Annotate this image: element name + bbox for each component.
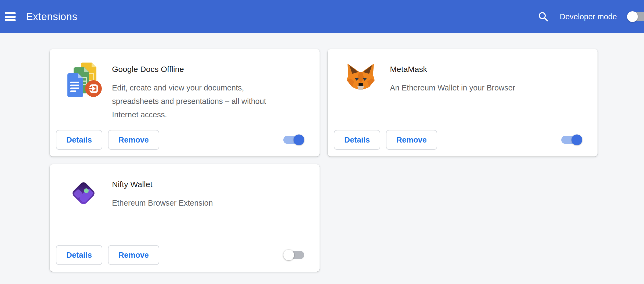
google-docs-offline-icon [67, 61, 102, 121]
remove-button[interactable]: Remove [108, 130, 159, 150]
extension-name: MetaMask [390, 65, 515, 74]
app-toolbar: Extensions Developer mode [0, 0, 644, 33]
extension-description: Edit, create and view your documents, sp… [112, 81, 266, 121]
details-button[interactable]: Details [334, 130, 380, 150]
extension-card-metamask: MetaMask An Ethereum Wallet in your Brow… [328, 49, 598, 156]
extensions-list: Google Docs Offline Edit, create and vie… [0, 33, 644, 272]
remove-button[interactable]: Remove [386, 130, 437, 150]
details-button[interactable]: Details [56, 245, 102, 265]
extension-enable-toggle[interactable] [283, 134, 304, 145]
extension-card-google-docs-offline: Google Docs Offline Edit, create and vie… [50, 49, 320, 156]
extension-name: Nifty Wallet [112, 180, 213, 189]
remove-button[interactable]: Remove [108, 245, 159, 265]
hamburger-menu-icon[interactable] [5, 12, 16, 21]
toggle-knob [627, 11, 638, 22]
developer-mode-label: Developer mode [560, 12, 617, 21]
extension-enable-toggle[interactable] [283, 250, 304, 260]
details-button[interactable]: Details [56, 130, 102, 150]
toggle-knob [571, 134, 582, 145]
toggle-knob [294, 134, 304, 145]
hamburger-bar [5, 12, 16, 14]
extension-enable-toggle[interactable] [561, 134, 582, 145]
nifty-wallet-icon [67, 176, 102, 210]
extension-description: An Ethereum Wallet in your Browser [390, 81, 515, 94]
metamask-fox-icon [345, 61, 380, 94]
hamburger-bar [5, 16, 16, 18]
hamburger-bar [5, 19, 16, 21]
toggle-knob [283, 250, 294, 260]
search-icon[interactable] [538, 11, 549, 22]
extension-description: Ethereum Browser Extension [112, 196, 213, 210]
extension-name: Google Docs Offline [112, 65, 266, 74]
developer-mode-toggle[interactable] [627, 11, 638, 22]
page-title: Extensions [26, 11, 77, 23]
extension-card-nifty-wallet: Nifty Wallet Ethereum Browser Extension … [50, 164, 320, 272]
